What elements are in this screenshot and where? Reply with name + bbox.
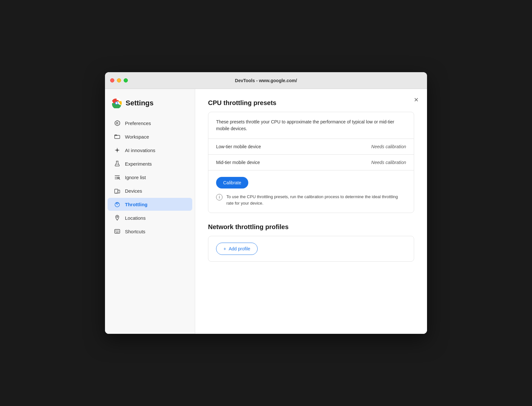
sidebar-item-workspace[interactable]: Workspace	[108, 130, 192, 143]
info-icon: i	[216, 194, 223, 200]
devices-icon	[114, 188, 120, 194]
workspace-label: Workspace	[125, 134, 149, 140]
svg-rect-4	[115, 135, 120, 139]
sidebar-item-experiments[interactable]: Experiments	[108, 157, 192, 170]
main-panel: ✕ CPU throttling presets These presets t…	[195, 89, 427, 334]
devtools-window: DevTools - www.google.com/ Settings	[105, 72, 427, 334]
add-profile-button[interactable]: + Add profile	[216, 243, 258, 255]
calibrate-button[interactable]: Calibrate	[216, 177, 248, 188]
sidebar-item-ai-innovations[interactable]: AI innovations	[108, 144, 192, 157]
sidebar-item-devices[interactable]: Devices	[108, 184, 192, 197]
folder-icon	[114, 133, 120, 140]
sidebar: Settings Preferences	[105, 89, 195, 334]
ignore-list-icon	[114, 174, 120, 180]
network-section-title: Network throttling profiles	[208, 223, 414, 231]
add-profile-label: Add profile	[229, 246, 250, 251]
preferences-label: Preferences	[125, 121, 151, 126]
sidebar-heading: Settings	[126, 99, 154, 107]
ignore-list-label: Ignore list	[125, 175, 146, 180]
sidebar-item-ignore-list[interactable]: Ignore list	[108, 171, 192, 184]
throttling-label: Throttling	[125, 202, 147, 207]
info-text: To use the CPU throttling presets, run t…	[226, 194, 406, 206]
window-title: DevTools - www.google.com/	[235, 78, 297, 83]
sidebar-item-preferences[interactable]: Preferences	[108, 117, 192, 130]
sparkle-icon	[114, 147, 120, 153]
low-tier-row: Low-tier mobile device Needs calibration	[208, 139, 414, 155]
svg-point-14	[117, 204, 118, 205]
cpu-section-title: CPU throttling presets	[208, 99, 414, 107]
sidebar-header: Settings	[105, 95, 195, 116]
svg-point-3	[116, 102, 118, 104]
chrome-icon	[111, 98, 122, 108]
sidebar-item-throttling[interactable]: Throttling	[108, 198, 192, 211]
locations-label: Locations	[125, 215, 146, 221]
shortcuts-label: Shortcuts	[125, 229, 145, 234]
plus-icon: +	[223, 246, 226, 251]
experiments-label: Experiments	[125, 161, 152, 167]
gear-icon	[114, 120, 120, 126]
devices-label: Devices	[125, 188, 142, 194]
close-traffic-light[interactable]	[110, 78, 114, 82]
low-tier-label: Low-tier mobile device	[216, 144, 261, 149]
network-throttling-card: + Add profile	[208, 236, 414, 262]
titlebar: DevTools - www.google.com/	[105, 72, 427, 89]
flask-icon	[114, 160, 120, 167]
low-tier-status: Needs calibration	[371, 144, 406, 149]
svg-rect-11	[118, 190, 120, 193]
info-row: i To use the CPU throttling presets, run…	[216, 194, 406, 206]
calibrate-section: Calibrate i To use the CPU throttling pr…	[208, 170, 414, 213]
throttling-icon	[114, 201, 120, 208]
sidebar-nav: Preferences Workspace	[105, 117, 195, 238]
keyboard-icon	[114, 228, 120, 235]
traffic-lights	[110, 78, 128, 82]
sidebar-item-locations[interactable]: Locations	[108, 211, 192, 224]
cpu-throttling-card: These presets throttle your CPU to appro…	[208, 112, 414, 213]
mid-tier-row: Mid-tier mobile device Needs calibration	[208, 155, 414, 170]
cpu-description: These presets throttle your CPU to appro…	[208, 112, 414, 139]
location-icon	[114, 215, 120, 221]
maximize-traffic-light[interactable]	[124, 78, 128, 82]
sidebar-item-shortcuts[interactable]: Shortcuts	[108, 225, 192, 238]
close-button[interactable]: ✕	[412, 95, 421, 104]
ai-innovations-label: AI innovations	[125, 148, 155, 153]
settings-layout: Settings Preferences	[105, 89, 427, 334]
mid-tier-status: Needs calibration	[371, 160, 406, 165]
network-card-content: + Add profile	[208, 236, 414, 261]
mid-tier-label: Mid-tier mobile device	[216, 160, 260, 165]
svg-point-15	[117, 216, 118, 218]
minimize-traffic-light[interactable]	[117, 78, 121, 82]
